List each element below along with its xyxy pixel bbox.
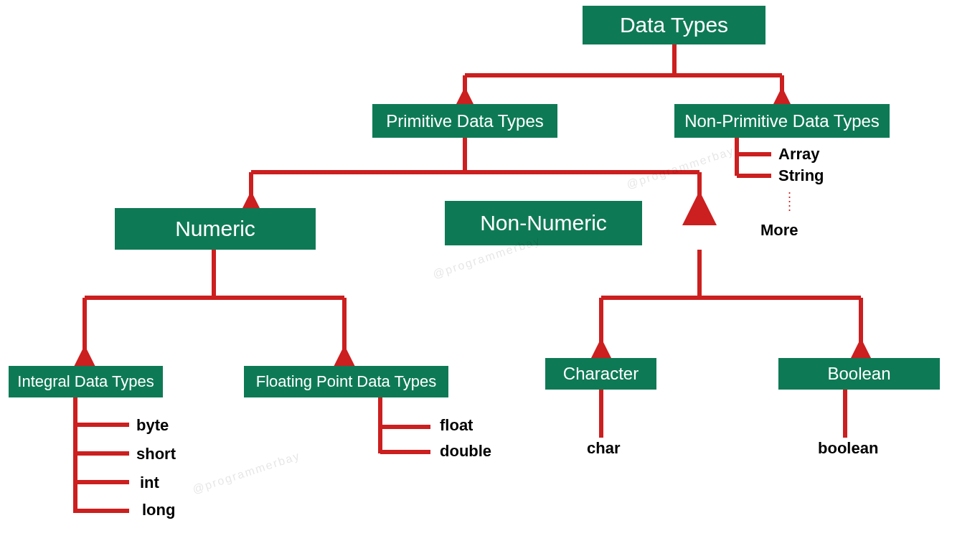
node-integral: Integral Data Types: [9, 366, 163, 397]
node-label: Non-Primitive Data Types: [684, 111, 880, 131]
leaf-more: More: [760, 221, 798, 240]
node-label: Non-Numeric: [480, 211, 607, 235]
node-numeric: Numeric: [115, 208, 316, 250]
node-label: Data Types: [620, 13, 728, 37]
node-floating: Floating Point Data Types: [244, 366, 448, 397]
node-non-numeric: Non-Numeric: [445, 201, 642, 245]
leaf-int: int: [140, 474, 159, 492]
connector-lines: [0, 0, 980, 551]
node-data-types: Data Types: [583, 6, 765, 44]
node-character: Character: [545, 358, 656, 390]
leaf-byte: byte: [136, 416, 169, 435]
node-label: Numeric: [175, 217, 255, 241]
node-non-primitive: Non-Primitive Data Types: [674, 104, 890, 138]
ellipsis-icon: ·····: [788, 190, 791, 212]
leaf-long: long: [142, 501, 175, 519]
node-label: Character: [563, 364, 639, 384]
leaf-short: short: [136, 445, 176, 463]
leaf-array: Array: [778, 145, 819, 164]
leaf-char: char: [587, 439, 620, 458]
leaf-float: float: [440, 416, 473, 435]
leaf-boolean: boolean: [818, 439, 878, 458]
node-label: Integral Data Types: [17, 372, 154, 391]
node-label: Floating Point Data Types: [256, 372, 437, 391]
watermark-text: @programmerbay: [191, 449, 302, 496]
node-boolean: Boolean: [778, 358, 940, 390]
node-label: Boolean: [827, 364, 890, 384]
node-label: Primitive Data Types: [386, 111, 544, 131]
leaf-double: double: [440, 442, 491, 461]
leaf-string: String: [778, 166, 824, 185]
node-primitive: Primitive Data Types: [372, 104, 557, 138]
watermark-text: @programmerbay: [625, 144, 736, 192]
